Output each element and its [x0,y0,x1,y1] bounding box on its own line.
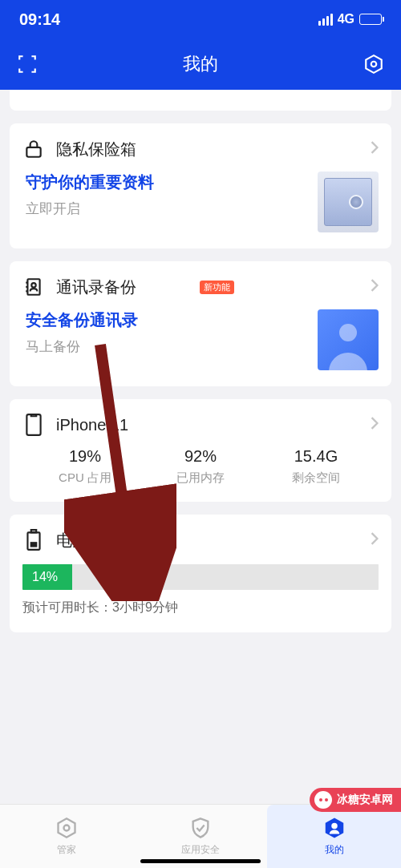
chevron-right-icon [371,532,379,548]
settings-icon[interactable] [363,53,385,75]
shield-icon [188,816,213,840]
svg-point-11 [64,826,70,831]
cpu-stat: 19% CPU 占用 [27,447,143,486]
contacts-icon [22,276,45,298]
app-header: 我的 [0,38,401,90]
tab-home[interactable]: 管家 [0,805,134,868]
tab-bar: 管家 应用安全 我的 [0,804,401,868]
status-time: 09:14 [19,10,60,29]
card-sub: 立即开启 [26,200,311,218]
device-info-card[interactable]: iPhone 11 19% CPU 占用 92% 已用内存 15.4G 剩余空间 [10,399,391,502]
status-right: 4G [318,12,382,26]
card-title: 电池管理 [56,530,371,551]
svg-point-13 [331,823,338,830]
phone-icon [22,414,45,436]
memory-stat: 92% 已用内存 [143,447,258,486]
battery-mgmt-icon [22,529,45,551]
home-indicator [140,859,261,863]
battery-percent: 14% [32,570,58,584]
chevron-right-icon [371,279,379,295]
network-type: 4G [338,12,354,26]
svg-point-4 [31,283,35,287]
privacy-vault-card[interactable]: 隐私保险箱 守护你的重要资料 立即开启 [10,123,391,248]
device-stats: 19% CPU 占用 92% 已用内存 15.4G 剩余空间 [22,436,379,486]
new-badge: 新功能 [200,281,234,294]
svg-marker-0 [366,55,382,73]
battery-estimate: 预计可用时长：3小时9分钟 [22,600,379,616]
signal-icon [318,14,333,26]
scan-icon[interactable] [16,53,38,75]
battery-card[interactable]: 电池管理 14% 预计可用时长：3小时9分钟 [10,515,391,632]
card-title: iPhone 11 [56,416,371,434]
svg-rect-2 [26,147,40,157]
card-title: 通讯录备份 [56,277,193,298]
svg-rect-5 [26,414,40,435]
card-link[interactable]: 守护你的重要资料 [26,172,311,193]
card-title: 隐私保险箱 [56,139,371,160]
home-hex-icon [55,816,79,840]
card-link[interactable]: 安全备份通讯录 [26,309,311,331]
lock-icon [22,138,45,160]
safe-image [318,172,379,232]
chevron-right-icon [371,141,379,157]
chevron-right-icon [371,417,379,433]
content-scroll[interactable]: 隐私保险箱 守护你的重要资料 立即开启 通讯录备份 新功能 [0,90,401,804]
page-title: 我的 [183,52,218,76]
battery-progress: 14% [22,564,379,590]
battery-icon [359,14,382,25]
status-bar: 09:14 4G [0,0,401,38]
user-hex-icon [322,816,346,840]
storage-stat: 15.4G 剩余空间 [258,447,374,486]
contacts-image [318,309,379,370]
watermark-badge: 冰糖安卓网 [310,788,401,812]
prev-card-stub [10,90,391,111]
contacts-backup-card[interactable]: 通讯录备份 新功能 安全备份通讯录 马上备份 [10,261,391,386]
tab-mine[interactable]: 我的 [267,805,401,868]
svg-marker-10 [59,818,75,837]
svg-rect-7 [30,542,38,547]
svg-point-1 [371,62,377,67]
card-sub: 马上备份 [26,337,311,356]
